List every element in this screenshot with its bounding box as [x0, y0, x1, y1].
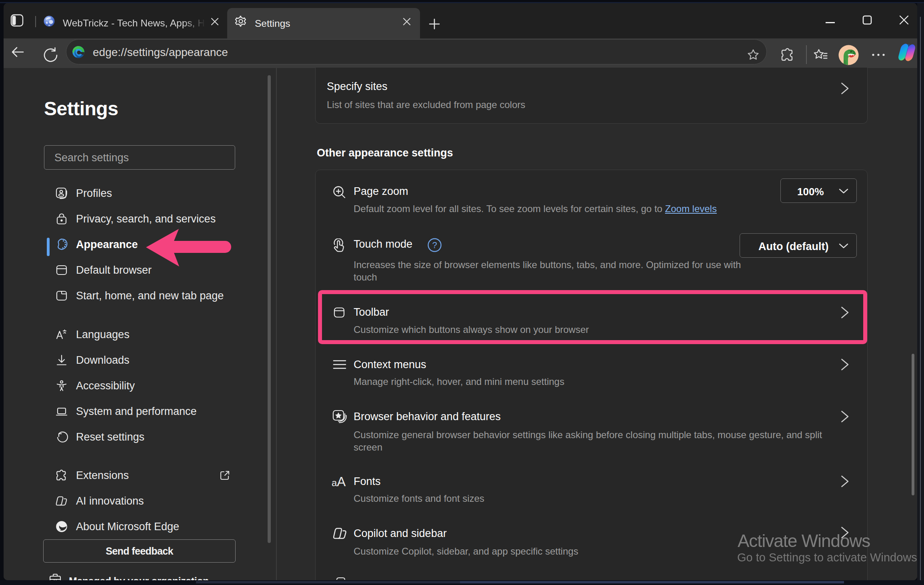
- svg-text:?: ?: [432, 240, 437, 250]
